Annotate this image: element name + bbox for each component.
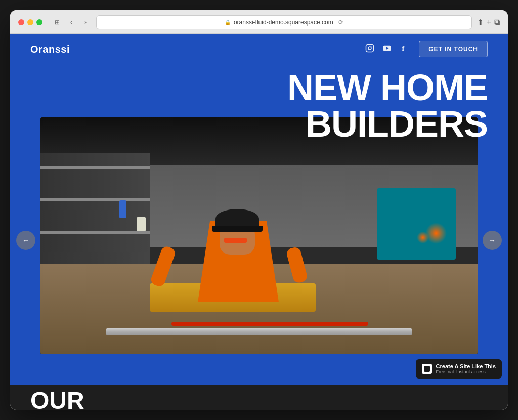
hero-section: NEW HOME BUILDERS — [10, 64, 508, 385]
svg-rect-0 — [366, 45, 374, 52]
squarespace-badge-subtitle: Free trial. Instant access. — [436, 369, 496, 374]
instagram-icon[interactable] — [365, 44, 374, 55]
scene-left-shelves — [40, 153, 150, 283]
facebook-icon[interactable]: f — [400, 44, 409, 55]
social-icons: f — [365, 44, 409, 55]
scene-base — [40, 117, 478, 354]
browser-chrome: ⊞ ‹ › 🔒 oranssi-fluid-demo.squarespace.c… — [10, 10, 508, 34]
new-tab-icon[interactable]: + — [487, 18, 491, 27]
site-header: Oranssi — [10, 34, 508, 64]
hero-image — [40, 117, 478, 354]
get-in-touch-button[interactable]: GET IN TOUCH — [419, 41, 488, 57]
back-button[interactable]: ‹ — [66, 17, 77, 28]
svg-text:f: f — [402, 44, 405, 52]
reload-icon[interactable]: ⟳ — [338, 19, 343, 26]
scene-red-cord — [171, 322, 368, 326]
website-content: Oranssi — [10, 34, 508, 410]
squarespace-logo-icon — [422, 364, 432, 374]
worker-safety-glasses — [224, 238, 247, 243]
browser-nav-controls: ⊞ ‹ › — [52, 17, 91, 28]
youtube-icon[interactable] — [382, 44, 392, 55]
hero-text-block: NEW HOME BUILDERS — [287, 69, 488, 142]
hero-title-line2: BUILDERS — [287, 106, 488, 142]
share-icon[interactable]: ⬆ — [477, 18, 484, 27]
hero-title-line1: NEW HOME — [287, 69, 488, 106]
svg-point-2 — [372, 46, 373, 47]
nav-right: f GET IN TOUCH — [365, 41, 488, 57]
scene-water-bottle — [119, 200, 126, 218]
minimize-button[interactable] — [27, 19, 33, 25]
browser-action-buttons: ⬆ + ⧉ — [477, 18, 500, 27]
maximize-button[interactable] — [36, 19, 42, 25]
scene-cord — [403, 212, 469, 255]
browser-window: ⊞ ‹ › 🔒 oranssi-fluid-demo.squarespace.c… — [10, 10, 508, 410]
address-bar[interactable]: 🔒 oranssi-fluid-demo.squarespace.com ⟳ — [96, 15, 472, 29]
bottom-peek-section: Our — [10, 385, 508, 410]
squarespace-badge-title: Create A Site Like This — [436, 363, 496, 369]
sidebar-toggle-button[interactable]: ⊞ — [52, 17, 63, 28]
scene-chalk-box — [137, 217, 146, 231]
close-button[interactable] — [18, 19, 24, 25]
squarespace-badge-text: Create A Site Like This Free trial. Inst… — [436, 363, 496, 374]
site-logo[interactable]: Oranssi — [30, 44, 70, 55]
traffic-lights — [18, 19, 42, 25]
section-title-peek: Our — [30, 389, 84, 410]
worker-cap-brim — [212, 226, 263, 232]
squarespace-badge[interactable]: Create A Site Like This Free trial. Inst… — [416, 359, 502, 379]
next-slide-button[interactable]: → — [483, 231, 502, 250]
lock-icon: 🔒 — [225, 20, 231, 25]
scene-metal-track — [106, 328, 412, 335]
prev-slide-button[interactable]: ← — [16, 231, 35, 250]
tab-overview-icon[interactable]: ⧉ — [494, 18, 500, 27]
forward-button[interactable]: › — [80, 17, 91, 28]
svg-point-1 — [368, 47, 371, 50]
url-text: oranssi-fluid-demo.squarespace.com — [234, 19, 333, 26]
